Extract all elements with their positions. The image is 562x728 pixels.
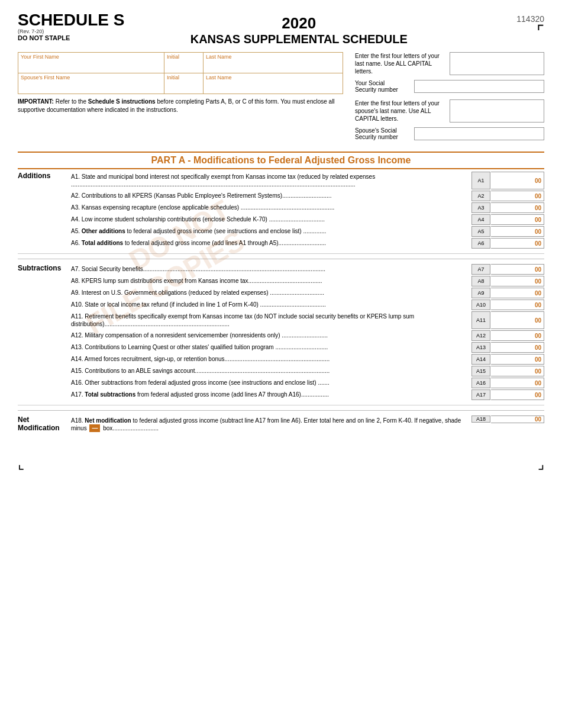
subtractions-section-label: Subtractions [18,264,61,272]
line-a2-value[interactable]: 00 [491,191,544,201]
line-a17-value[interactable]: 00 [491,389,544,400]
additions-label: Additions [18,172,71,189]
your-initial-cell[interactable]: Initial [164,53,204,73]
line-a3-value[interactable]: 00 [491,202,544,213]
name-table: Your First Name Initial Last Name Spouse… [18,52,343,94]
line-a9-desc: A9. Interest on U.S. Government obligati… [71,288,471,298]
line-a14-row: A14. Armed forces recruitment, sign-up, … [18,354,544,365]
line-a13-value[interactable]: 00 [491,342,544,353]
line-a16-indent [18,378,71,388]
line-a6-bold: Total additions [82,240,123,246]
line-a6-row: A6. Total additions to federal adjusted … [18,238,544,249]
line-a6-code: A6 [471,238,490,249]
spouse-last-name-value [206,80,340,92]
line-a3-cents: 00 [535,205,541,211]
line-a10-value[interactable]: 00 [491,299,544,310]
spouse-ssn-input[interactable] [414,127,544,140]
line-a15-desc: A15. Contributions to an ABLE savings ac… [71,366,471,376]
corner-bottom-right: ⌟ [538,457,544,471]
line-a5-indent [18,226,71,237]
additions-section: Additions A1. State and municipal bond i… [18,172,544,254]
spouse-last-name-label: Last Name [206,75,340,80]
line-a4-value[interactable]: 00 [491,214,544,225]
line-a9-row: A9. Interest on U.S. Government obligati… [18,288,544,298]
ssn-block: Your SocialSecurity number [355,80,544,93]
net-mod-label-block: Net Modification [18,415,71,432]
line-a11-cents: 00 [535,317,541,324]
line-a16-code: A16 [471,378,490,388]
spouse-initial-cell[interactable]: Initial [164,73,204,94]
line-a15-indent [18,366,71,376]
spouse-last-name-cell[interactable]: Last Name [203,73,343,94]
line-a16-value[interactable]: 00 [491,378,544,388]
line-a2-code: A2 [471,191,490,201]
bottom-corners: ⌞ ⌟ [18,457,544,471]
line-a11-value[interactable]: 00 [491,311,544,329]
spouse-first-name-label: Spouse's First Name [21,75,162,80]
line-a2-indent [18,191,71,201]
line-a17-desc: A17. Total subtractions from federal adj… [71,389,471,400]
line-a6-indent [18,238,71,249]
spouse-last4-label: Enter the first four letters of your spo… [355,99,450,123]
line-a12-indent [18,330,71,341]
line-a11-row: A11. Retirement benefits specifically ex… [18,311,544,329]
line-a15-cents: 00 [535,368,541,375]
line-a18-desc: A18. Net modification to federal adjuste… [71,415,471,433]
your-first-name-value [21,60,162,72]
line-a8-desc: A8. KPERS lump sum distributions exempt … [71,276,471,286]
name-fields-left: Your First Name Initial Last Name Spouse… [18,52,343,142]
line-a7-value[interactable]: 00 [491,264,544,275]
your-first-name-label: Your First Name [21,54,162,60]
last4-input[interactable] [450,52,544,75]
line-a5-value[interactable]: 00 [491,226,544,237]
corner-mark-tr: ⌜ [485,24,544,40]
spouse-last4-input[interactable] [450,99,544,123]
line-a15-value[interactable]: 00 [491,366,544,376]
spouse-first-name-cell[interactable]: Spouse's First Name [18,73,164,94]
spouse-ssn-block: Spouse's SocialSecurity number [355,127,544,140]
line-a13-indent [18,342,71,353]
line-a4-code: A4 [471,214,490,225]
ssn-label: Your SocialSecurity number [355,80,414,93]
line-a3-row: A3. Kansas expensing recapture (enclose … [18,202,544,213]
additions-section-label: Additions [18,172,50,180]
line-a13-cents: 00 [535,344,541,351]
line-a13-code: A13 [471,342,490,353]
line-a15-code: A15 [471,366,490,376]
line-a14-value[interactable]: 00 [491,354,544,365]
last4-block: Enter the first four letters of your las… [355,52,544,75]
spouse-initial-label: Initial [167,75,201,80]
ssn-input[interactable] [414,80,544,93]
last4-label: Enter the first four letters of your las… [355,52,450,75]
line-a9-code: A9 [471,288,490,298]
line-a16-cents: 00 [535,380,541,386]
line-a6-desc: A6. Total additions to federal adjusted … [71,238,471,249]
spouse-last4-block: Enter the first four letters of your spo… [355,99,544,123]
rev-line: (Rev. 7-20) [18,28,124,34]
header-right: 114320 ⌜ [473,12,544,40]
line-a6-value[interactable]: 00 [491,238,544,249]
line-a8-indent [18,276,71,286]
subtractions-section: Subtractions A7. Social Security benefit… [18,264,544,405]
line-a12-value[interactable]: 00 [491,330,544,341]
name-section: Your First Name Initial Last Name Spouse… [18,52,544,142]
do-not-staple: DO NOT STAPLE [18,34,124,41]
line-a9-value[interactable]: 00 [491,288,544,298]
line-a15-row: A15. Contributions to an ABLE savings ac… [18,366,544,376]
line-a12-desc: A12. Military compensation of a nonresid… [71,330,471,341]
line-a18-value[interactable]: 00 [491,415,544,423]
your-last-name-cell[interactable]: Last Name [203,53,343,73]
line-a18-cents: 00 [535,416,541,423]
line-a9-indent [18,288,71,298]
line-a1-value[interactable]: 00 [491,172,544,189]
line-a1-code: A1 [471,172,490,189]
line-a5-code: A5 [471,226,490,237]
line-a4-cents: 00 [535,217,541,223]
part-a-title: PART A - Modifications to Federal Adjust… [18,152,544,169]
line-a18-end: box............................ [101,425,159,431]
your-first-name-cell[interactable]: Your First Name [18,53,164,73]
line-a4-desc: A4. Low income student scholarship contr… [71,214,471,225]
line-a17-bold: Total subtractions [85,391,135,398]
line-a3-desc: A3. Kansas expensing recapture (enclose … [71,202,471,213]
line-a8-value[interactable]: 00 [491,276,544,286]
